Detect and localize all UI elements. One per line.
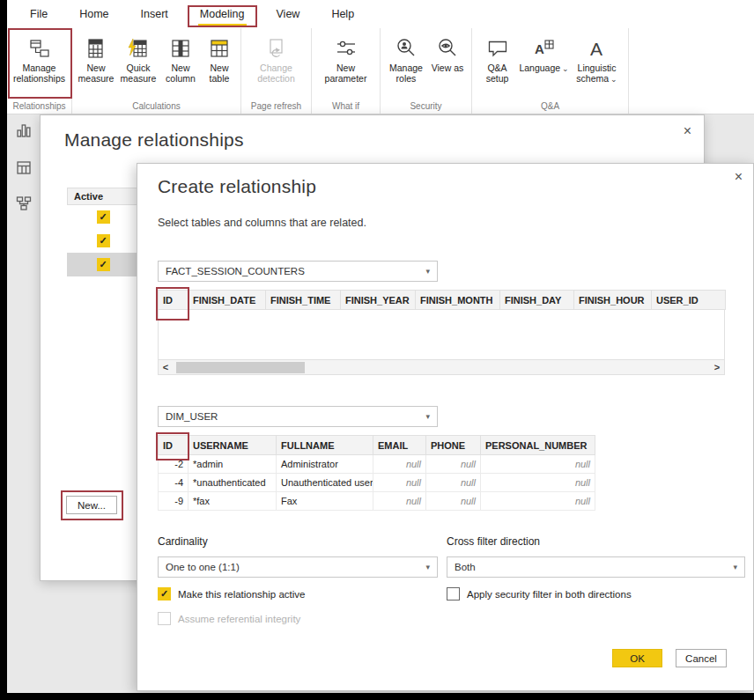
column-header-finish-year[interactable]: FINISH_YEAR bbox=[341, 291, 416, 310]
ribbon-group-calculations: New measure Quick measure New column bbox=[72, 28, 241, 114]
column-header-email[interactable]: EMAIL bbox=[373, 436, 426, 455]
dialog-subtitle: Select tables and columns that are relat… bbox=[158, 217, 366, 229]
column-header-finish-day[interactable]: FINISH_DAY bbox=[500, 291, 574, 310]
new-column-icon bbox=[169, 34, 192, 63]
new-parameter-icon bbox=[335, 34, 358, 63]
table-row: -4 *unauthenticated Unauthenticated user… bbox=[159, 474, 595, 492]
horizontal-scrollbar[interactable]: < > bbox=[158, 360, 725, 375]
column-header-id[interactable]: ID bbox=[159, 291, 188, 310]
ribbon-tabs: File Home Insert Modeling View Help bbox=[7, 0, 754, 28]
ok-button[interactable]: OK bbox=[612, 649, 662, 667]
report-view-button[interactable] bbox=[12, 121, 35, 144]
quick-measure-icon bbox=[127, 34, 150, 63]
chevron-down-icon: ⌄ bbox=[562, 64, 569, 73]
close-icon[interactable]: × bbox=[735, 170, 743, 184]
speech-bubble-icon bbox=[486, 34, 509, 63]
scroll-right-icon[interactable]: > bbox=[710, 362, 724, 372]
change-detection-button[interactable]: Change detection bbox=[246, 30, 307, 99]
manage-relationships-icon bbox=[28, 34, 51, 63]
to-table-dropdown[interactable]: DIM_USER ▾ bbox=[158, 406, 438, 427]
quick-measure-button[interactable]: Quick measure bbox=[117, 30, 159, 99]
group-label-relationships: Relationships bbox=[7, 99, 71, 114]
column-header-finish-time[interactable]: FINISH_TIME bbox=[266, 291, 341, 310]
cross-filter-dropdown[interactable]: Both ▾ bbox=[447, 556, 745, 578]
column-header-phone[interactable]: PHONE bbox=[426, 436, 481, 455]
chevron-down-icon: ▾ bbox=[733, 563, 737, 571]
group-label-what-if: What if bbox=[312, 99, 380, 114]
column-header-id[interactable]: ID bbox=[159, 436, 188, 455]
column-header-fullname[interactable]: FULLNAME bbox=[277, 436, 373, 455]
view-as-icon bbox=[436, 34, 459, 63]
from-table-dropdown[interactable]: FACT_SESSION_COUNTERS ▾ bbox=[158, 261, 438, 282]
new-measure-button[interactable]: New measure bbox=[76, 30, 116, 99]
manage-relationships-button[interactable]: Manage relationships bbox=[11, 30, 68, 99]
column-header-personal-number[interactable]: PERSONAL_NUMBER bbox=[481, 436, 595, 455]
tab-home[interactable]: Home bbox=[63, 0, 124, 28]
chevron-down-icon: ⌄ bbox=[610, 75, 617, 84]
new-table-button[interactable]: New table bbox=[202, 30, 237, 99]
cancel-button[interactable]: Cancel bbox=[676, 649, 727, 667]
new-measure-icon bbox=[85, 34, 107, 63]
model-view-button[interactable] bbox=[12, 194, 35, 217]
ribbon-group-what-if: New parameter What if bbox=[312, 28, 381, 114]
change-detection-icon bbox=[265, 34, 288, 63]
new-column-button[interactable]: New column bbox=[160, 30, 201, 99]
column-header-finish-hour[interactable]: FINISH_HOUR bbox=[574, 291, 652, 310]
column-header-finish-date[interactable]: FINISH_DATE bbox=[188, 291, 266, 310]
cardinality-dropdown[interactable]: One to one (1:1) ▾ bbox=[158, 556, 438, 578]
tab-view[interactable]: View bbox=[261, 0, 316, 28]
scrollbar-thumb[interactable] bbox=[176, 362, 305, 373]
data-view-button[interactable] bbox=[12, 158, 35, 181]
language-icon: A bbox=[533, 34, 556, 63]
active-checkbox[interactable]: ✓ bbox=[97, 234, 110, 247]
apply-security-filter-checkbox[interactable]: Apply security filter in both directions bbox=[447, 587, 632, 601]
table-row: -9 *fax Fax null null null bbox=[159, 492, 595, 511]
svg-text:A: A bbox=[590, 39, 602, 59]
table-row: -2 *admin Administrator null null null bbox=[159, 455, 595, 474]
model-view-icon bbox=[15, 195, 33, 216]
language-button[interactable]: A Language⌄ bbox=[520, 30, 569, 99]
tab-modeling[interactable]: Modeling bbox=[184, 0, 261, 28]
active-checkbox[interactable]: ✓ bbox=[97, 210, 110, 224]
to-table-preview: ID USERNAME FULLNAME EMAIL PHONE PERSONA… bbox=[158, 435, 595, 511]
relationship-row-selected[interactable]: ✓ bbox=[67, 253, 139, 276]
checkbox-checked: ✓ bbox=[158, 587, 171, 601]
new-table-icon bbox=[208, 34, 231, 63]
ribbon: File Home Insert Modeling View Help Mana… bbox=[7, 0, 754, 114]
ribbon-group-page-refresh: Change detection Page refresh bbox=[241, 28, 312, 114]
tab-file[interactable]: File bbox=[14, 0, 63, 28]
active-column-header: Active bbox=[67, 188, 139, 205]
active-checkbox[interactable]: ✓ bbox=[97, 258, 110, 271]
new-parameter-button[interactable]: New parameter bbox=[318, 30, 374, 99]
relationship-row[interactable]: ✓ bbox=[67, 205, 139, 229]
cardinality-label: Cardinality bbox=[158, 535, 208, 548]
make-relationship-active-checkbox[interactable]: ✓ Make this relationship active bbox=[158, 587, 305, 601]
scroll-left-icon[interactable]: < bbox=[159, 362, 173, 372]
powerbi-window: File Home Insert Modeling View Help Mana… bbox=[0, 0, 754, 700]
chevron-down-icon: ▾ bbox=[425, 412, 430, 421]
tab-help[interactable]: Help bbox=[315, 0, 370, 28]
group-label-qa: Q&A bbox=[472, 99, 628, 114]
window-bottom-bar bbox=[0, 693, 754, 700]
ribbon-group-security: Manage roles View as Security bbox=[381, 28, 472, 114]
group-label-security: Security bbox=[381, 99, 471, 114]
manage-roles-button[interactable]: Manage roles bbox=[385, 30, 427, 99]
chevron-down-icon: ▾ bbox=[425, 563, 430, 571]
group-label-calculations: Calculations bbox=[72, 99, 240, 114]
view-as-button[interactable]: View as bbox=[428, 30, 467, 99]
from-table-preview: ID FINISH_DATE FINISH_TIME FINISH_YEAR F… bbox=[158, 290, 725, 375]
column-header-user-id[interactable]: USER_ID bbox=[652, 291, 726, 310]
tab-insert[interactable]: Insert bbox=[125, 0, 184, 28]
ribbon-body: Manage relationships Relationships New m… bbox=[7, 28, 754, 114]
new-relationship-button[interactable]: New... bbox=[66, 496, 117, 514]
relationship-row[interactable]: ✓ bbox=[67, 229, 139, 253]
ribbon-group-qa: Q&A setup A Language⌄ A Linguistic schem… bbox=[472, 28, 629, 114]
column-header-username[interactable]: USERNAME bbox=[188, 436, 277, 455]
svg-text:A: A bbox=[535, 41, 544, 56]
qa-setup-button[interactable]: Q&A setup bbox=[477, 30, 519, 99]
linguistic-schema-button[interactable]: A Linguistic schema⌄ bbox=[570, 30, 625, 99]
column-header-finish-month[interactable]: FINISH_MONTH bbox=[416, 291, 500, 310]
scrollbar-track[interactable] bbox=[173, 360, 710, 374]
window-left-strip bbox=[0, 0, 7, 700]
close-icon[interactable]: × bbox=[684, 124, 691, 138]
